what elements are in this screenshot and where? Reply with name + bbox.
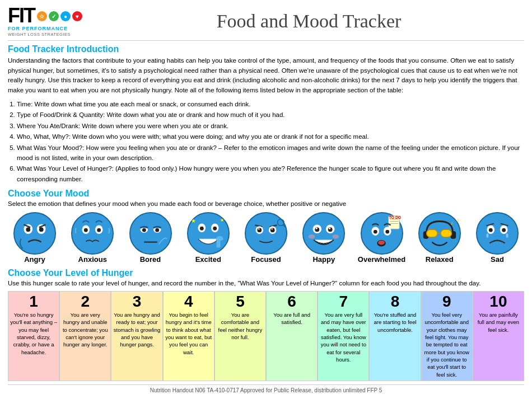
hunger-desc-6: You are full and satisfied. bbox=[268, 311, 315, 326]
mood-item-bored: Bored bbox=[124, 212, 178, 264]
svg-rect-61 bbox=[426, 229, 437, 237]
mood-item-sad: Sad bbox=[470, 212, 524, 264]
mood-label-overwhelmed: Overwhelmed bbox=[358, 255, 405, 264]
footer-text: Nutrition Handout N06 TA-410-0717 Approv… bbox=[150, 387, 382, 393]
svg-point-3 bbox=[26, 227, 30, 232]
mood-section: Choose Your Mood Select the emotion that… bbox=[8, 189, 524, 264]
hunger-number-2: 2 bbox=[81, 294, 90, 309]
mood-label-excited: Excited bbox=[195, 255, 221, 264]
instructions-list: Time: Write down what time you ate each … bbox=[8, 99, 524, 184]
svg-text:★: ★ bbox=[220, 218, 224, 223]
svg-point-45 bbox=[333, 234, 339, 239]
hunger-desc-2: You are very hungry and unable to concen… bbox=[62, 311, 109, 348]
page-title: Food and Mood Tracker bbox=[94, 11, 524, 32]
svg-point-54 bbox=[373, 230, 377, 234]
footer: Nutrition Handout N06 TA-410-0717 Approv… bbox=[8, 384, 524, 393]
hunger-number-7: 7 bbox=[339, 294, 348, 309]
svg-point-0 bbox=[14, 213, 55, 254]
hunger-desc-7: You are very full and may have over eate… bbox=[320, 311, 367, 363]
svg-point-21 bbox=[200, 227, 204, 231]
logo-icon-4: ♥ bbox=[72, 11, 82, 21]
hunger-number-5: 5 bbox=[236, 294, 245, 309]
hunger-level-1: 1 You're so hungry you'll eat anything –… bbox=[8, 291, 59, 381]
svg-point-70 bbox=[502, 228, 506, 232]
angry-icon bbox=[13, 212, 57, 255]
header-divider bbox=[8, 40, 524, 41]
svg-point-34 bbox=[272, 228, 273, 229]
hunger-desc-9: You feel very uncomfortable and your clo… bbox=[423, 311, 470, 378]
hunger-level-9: 9 You feel very uncomfortable and your c… bbox=[421, 291, 473, 381]
svg-point-31 bbox=[257, 228, 262, 232]
hunger-level-4: 4 You begin to feel hungry and it's time… bbox=[163, 291, 214, 381]
anxious-icon bbox=[71, 212, 114, 255]
overwhelmed-icon: TO DO bbox=[360, 212, 404, 255]
logo-icon-2: ✓ bbox=[49, 11, 59, 21]
hunger-level-5: 5 You are comfortable and feel neither h… bbox=[214, 291, 266, 381]
mood-section-title: Choose Your Mood bbox=[8, 189, 524, 199]
logo-fit-text: FIT bbox=[8, 6, 35, 26]
svg-point-15 bbox=[142, 228, 146, 232]
logo-tagline: FOR PERFORMANCE bbox=[8, 26, 68, 32]
focused-icon bbox=[244, 212, 288, 255]
svg-point-57 bbox=[378, 241, 385, 245]
food-tracker-title: Food Tracker Introduction bbox=[8, 44, 524, 54]
hunger-section: Choose Your Level of Hunger Use this hun… bbox=[8, 268, 524, 381]
food-tracker-section: Food Tracker Introduction Understanding … bbox=[8, 44, 524, 184]
svg-point-16 bbox=[155, 228, 159, 232]
mood-label-focused: Focused bbox=[251, 255, 281, 264]
hunger-desc-5: You are comfortable and feel neither hun… bbox=[217, 311, 264, 341]
intro-paragraph: Understanding the factors that contribut… bbox=[8, 56, 524, 96]
hunger-number-1: 1 bbox=[29, 294, 38, 309]
hunger-desc-10: You are painfully full and may even feel… bbox=[475, 311, 522, 334]
mood-item-focused: Focused bbox=[239, 212, 293, 264]
svg-point-73 bbox=[487, 233, 489, 238]
list-item: What Was Your Level of Hunger?: (Applies… bbox=[17, 163, 524, 184]
mood-item-happy: Happy bbox=[297, 212, 351, 264]
mood-item-relaxed: ♪ ♫ Relaxed bbox=[413, 212, 466, 264]
logo-icons: ☆ ✓ ● ♥ bbox=[37, 11, 82, 21]
hunger-number-8: 8 bbox=[391, 294, 400, 309]
logo-icon-3: ● bbox=[60, 11, 71, 21]
hunger-level-7: 7 You are very full and may have over ea… bbox=[318, 291, 369, 381]
hunger-level-2: 2 You are very hungry and unable to conc… bbox=[59, 291, 111, 381]
svg-text:★: ★ bbox=[191, 218, 196, 224]
hunger-desc-4: You begin to feel hungry and it's time t… bbox=[165, 311, 212, 356]
hunger-level-10: 10 You are painfully full and may even f… bbox=[473, 291, 524, 381]
svg-point-37 bbox=[303, 213, 344, 254]
svg-point-7 bbox=[72, 213, 113, 254]
mood-item-excited: ★ ★ Excited bbox=[181, 212, 235, 264]
svg-point-22 bbox=[213, 227, 217, 231]
hunger-number-10: 10 bbox=[489, 294, 507, 309]
svg-rect-23 bbox=[216, 241, 220, 247]
mood-label-relaxed: Relaxed bbox=[426, 255, 454, 264]
mood-subtitle: Select the emotion that defines your moo… bbox=[8, 200, 524, 207]
list-item: Type of Food/Drink & Quantity: Write dow… bbox=[17, 110, 524, 120]
mood-item-anxious: Anxious bbox=[66, 212, 119, 264]
hunger-number-4: 4 bbox=[184, 294, 193, 309]
happy-icon bbox=[302, 212, 346, 255]
header: FIT ☆ ✓ ● ♥ FOR PERFORMANCE WEIGHT LOSS … bbox=[8, 6, 524, 37]
svg-point-42 bbox=[316, 228, 318, 229]
logo-icon-1: ☆ bbox=[37, 11, 47, 21]
hunger-desc-8: You're stuffed and are starting to feel … bbox=[371, 311, 418, 334]
svg-point-44 bbox=[309, 234, 315, 239]
hunger-level-6: 6 You are full and satisfied. bbox=[266, 291, 318, 381]
hunger-subtitle: Use this hunger scale to rate your level… bbox=[8, 280, 524, 287]
hunger-desc-3: You are hungry and ready to eat; your st… bbox=[113, 311, 160, 348]
sad-icon bbox=[475, 212, 519, 255]
hunger-number-3: 3 bbox=[133, 294, 142, 309]
hunger-desc-1: You're so hungry you'll eat anything – y… bbox=[10, 311, 57, 356]
mood-item-angry: Angry bbox=[8, 212, 62, 264]
list-item: What Was Your Mood?: How were you feelin… bbox=[17, 143, 524, 163]
svg-point-33 bbox=[258, 228, 259, 229]
logo-sub: WEIGHT LOSS STRATEGIES bbox=[8, 32, 71, 37]
mood-label-anxious: Anxious bbox=[78, 255, 107, 264]
svg-point-66 bbox=[477, 213, 518, 254]
hunger-row: 1 You're so hungry you'll eat anything –… bbox=[8, 291, 524, 381]
mood-label-angry: Angry bbox=[24, 255, 45, 264]
list-item: Where You Ate/Drank: Write down where yo… bbox=[17, 121, 524, 131]
svg-point-4 bbox=[39, 227, 44, 232]
svg-text:TO DO: TO DO bbox=[389, 215, 401, 219]
list-item: Time: Write down what time you ate each … bbox=[17, 99, 524, 109]
svg-point-10 bbox=[84, 228, 88, 232]
